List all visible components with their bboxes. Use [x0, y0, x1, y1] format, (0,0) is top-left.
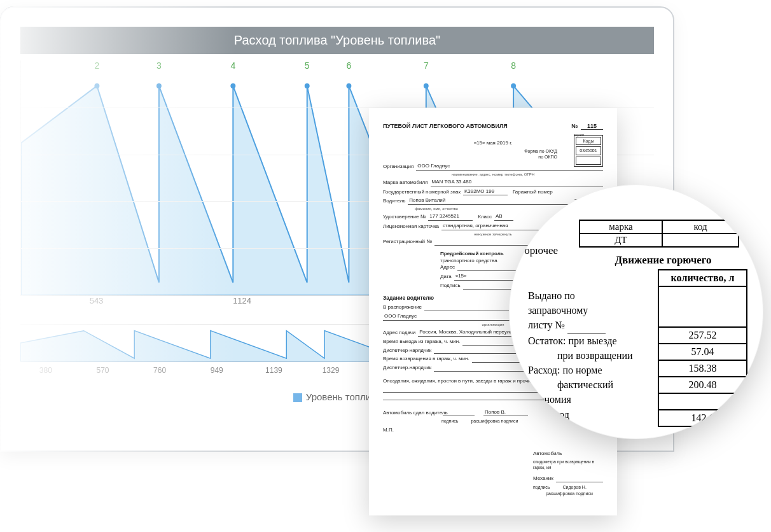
peak-label: 5	[305, 60, 310, 71]
codes-box: Коды 0345001	[574, 135, 603, 167]
fuel-row-labels: Выдано по заправочному листу № Остаток: …	[528, 269, 655, 427]
svg-point-5	[424, 83, 429, 88]
chart-title: Расход топлива "Уровень топлива"	[20, 27, 654, 54]
fuel-brand-table: марка код ДТ	[579, 220, 739, 248]
svg-point-1	[156, 83, 162, 88]
fuel-values-table: количество, л 257.52 57.04 158.38 200.48…	[658, 269, 747, 427]
svg-point-6	[511, 83, 516, 88]
peak-label: 7	[424, 60, 429, 71]
peak-label: 8	[511, 60, 516, 71]
peak-label: 4	[230, 60, 235, 71]
svg-point-3	[305, 83, 310, 88]
peak-label: 6	[347, 60, 352, 71]
peak-label: 2	[94, 60, 99, 71]
doc-title: ПУТЕВОЙ ЛИСТ ЛЕГКОВОГО АВТОМОБИЛЯ	[383, 122, 508, 130]
svg-point-2	[230, 83, 235, 88]
peak-label: 3	[156, 60, 162, 71]
svg-point-4	[346, 83, 351, 88]
fuel-movement-title: Движение горючего	[528, 254, 747, 267]
legend-swatch	[293, 393, 302, 402]
svg-point-0	[94, 83, 99, 88]
doc-date: «15» мая 2019 г.	[383, 140, 603, 147]
magnifier-zoom: Горючее марка код ДТ Движение горючего В…	[509, 185, 763, 439]
